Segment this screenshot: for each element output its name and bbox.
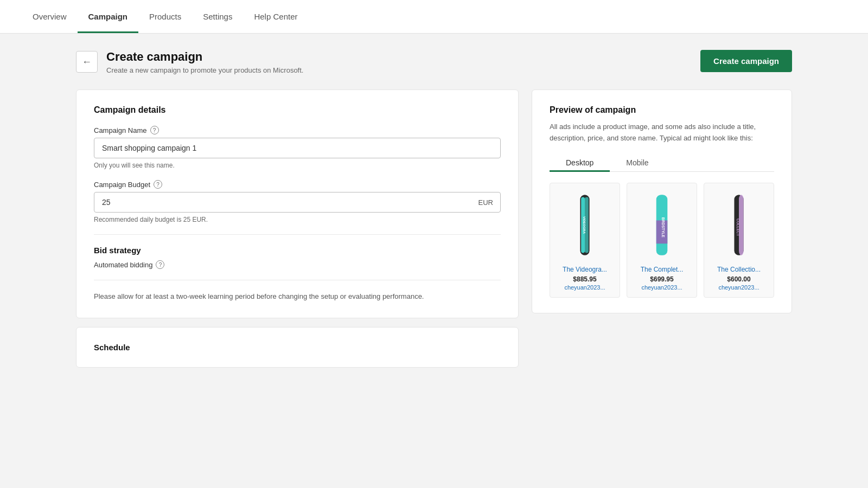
campaign-details-title: Campaign details [94,105,501,115]
product-image-2: BRDSTYLE [640,190,684,260]
product-price-1: $885.95 [573,275,596,283]
campaign-details-card: Campaign details Campaign Name ? Only yo… [76,89,519,318]
product-store-1: cheyuan2023... [564,284,605,291]
preview-tab-mobile[interactable]: Mobile [610,154,665,171]
tab-products[interactable]: Products [138,0,192,33]
product-price-3: $600.00 [727,275,750,283]
svg-text:VIDEOGRA: VIDEOGRA [583,216,586,234]
campaign-name-hint: Only you will see this name. [94,162,501,169]
page-content: ← Create campaign Create a new campaign … [54,34,814,384]
schedule-title: Schedule [94,343,501,352]
product-store-3: cheyuan2023... [718,284,759,291]
navigation: Overview Campaign Products Settings Help… [0,0,868,34]
product-name-2: The Complet... [641,266,684,273]
preview-title: Preview of campaign [550,105,774,115]
product-image-1: VIDEOGRA [563,190,607,260]
tab-settings[interactable]: Settings [192,0,243,33]
product-card-2: BRDSTYLE The Complet... $699.95 cheyuan2… [627,183,697,298]
page-title-block: Create campaign Create a new campaign to… [106,50,303,74]
product-price-2: $699.95 [650,275,673,283]
preview-tab-desktop[interactable]: Desktop [550,154,610,171]
tab-campaign[interactable]: Campaign [78,0,139,33]
schedule-card: Schedule [76,327,519,368]
currency-label: EUR [478,198,493,207]
product-previews: VIDEOGRA The Videogra... $885.95 cheyuan… [550,183,774,298]
campaign-budget-input[interactable] [94,192,501,213]
product-card-1: VIDEOGRA The Videogra... $885.95 cheyuan… [550,183,620,298]
automated-bidding-help-icon[interactable]: ? [156,260,164,269]
back-button[interactable]: ← [76,51,98,73]
product-card-3: COLLECT The Collectio... $600.00 cheyuan… [704,183,774,298]
create-campaign-button[interactable]: Create campaign [700,50,792,72]
svg-text:COLLECT: COLLECT [736,219,740,236]
campaign-budget-hint: Recommended daily budget is 25 EUR. [94,216,501,223]
page-title: Create campaign [106,50,303,64]
svg-text:BRDSTYLE: BRDSTYLE [661,217,665,237]
campaign-name-label: Campaign Name ? [94,126,501,134]
bid-strategy-title: Bid strategy [94,246,501,255]
budget-input-wrapper: EUR [94,192,501,213]
campaign-name-help-icon[interactable]: ? [150,126,159,134]
right-column: Preview of campaign All ads include a pr… [532,89,792,313]
two-col-layout: Campaign details Campaign Name ? Only yo… [76,89,792,368]
product-name-1: The Videogra... [563,266,607,273]
divider-2 [94,280,501,280]
divider-1 [94,234,501,235]
product-name-3: The Collectio... [717,266,761,273]
preview-card: Preview of campaign All ads include a pr… [532,89,792,313]
preview-tabs: Desktop Mobile [550,154,774,172]
page-subtitle: Create a new campaign to promote your pr… [106,66,303,74]
page-header-left: ← Create campaign Create a new campaign … [76,50,303,74]
campaign-name-input[interactable] [94,138,501,158]
left-column: Campaign details Campaign Name ? Only yo… [76,89,519,368]
campaign-budget-label: Campaign Budget ? [94,180,501,189]
product-store-2: cheyuan2023... [641,284,682,291]
bid-strategy-value: Automated bidding ? [94,260,501,269]
page-header: ← Create campaign Create a new campaign … [76,50,792,74]
learning-period-text: Please allow for at least a two-week lea… [94,291,501,303]
tab-overview[interactable]: Overview [22,0,78,33]
campaign-budget-help-icon[interactable]: ? [154,180,162,189]
preview-description: All ads include a product image, and som… [550,121,774,144]
tab-help-center[interactable]: Help Center [243,0,308,33]
product-image-3: COLLECT [717,190,761,260]
